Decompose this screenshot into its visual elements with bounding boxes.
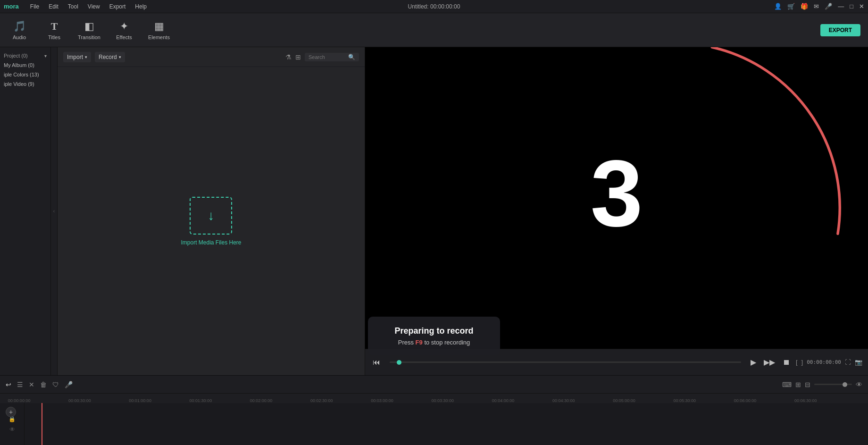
menu-edit[interactable]: Edit	[45, 2, 62, 11]
import-chevron-icon: ▾	[85, 55, 87, 59]
media-panel-header: Import ▾ Record ▾ ⚗ ⊞ 🔍	[58, 47, 365, 67]
toolbar-transition-label: Transition	[78, 34, 100, 40]
fullscreen-icon[interactable]: ⛶	[845, 359, 851, 366]
voiceover-icon[interactable]: 🎤	[65, 381, 73, 388]
eye-track-icon[interactable]: 👁	[9, 426, 15, 433]
menu-export[interactable]: Export	[106, 2, 130, 11]
import-media-label: Import Media Files Here	[181, 239, 241, 246]
timeline-scrubber[interactable]	[390, 361, 741, 363]
sidebar-toggle-icon[interactable]: ▾	[44, 53, 47, 59]
minimize-icon[interactable]: —	[838, 3, 844, 10]
titles-icon: T	[51, 20, 58, 33]
menu-bar: mora File Edit Tool View Export Help Unt…	[0, 0, 868, 13]
ruler-mark-7: 00:03:30:00	[432, 398, 454, 403]
maximize-icon[interactable]: □	[850, 3, 853, 10]
add-clip-icon[interactable]: ⊞	[795, 381, 801, 388]
sidebar-item-album[interactable]: My Album (0)	[0, 60, 50, 70]
step-back-button[interactable]: ⏮	[371, 356, 382, 369]
toolbar-effects-label: Effects	[116, 34, 132, 40]
search-box[interactable]: 🔍	[305, 53, 359, 61]
record-button[interactable]: Record ▾	[95, 52, 125, 62]
app-title-bar: Untitled: 00:00:00:00	[408, 3, 460, 10]
fast-forward-button[interactable]: ▶▶	[762, 356, 777, 369]
ruler-mark-4: 00:02:00:00	[250, 398, 273, 403]
snapshot-icon[interactable]: 📷	[855, 359, 862, 366]
ruler-mark-3: 00:01:30:00	[190, 398, 212, 403]
timeline-ruler: 00:00:00:00 00:00:30:00 00:01:00:00 00:0…	[0, 394, 868, 403]
ruler-mark-10: 00:05:00:00	[613, 398, 635, 403]
sidebar-item-video[interactable]: iple Video (9)	[0, 79, 50, 89]
toast-prefix: Press	[398, 339, 416, 346]
import-button[interactable]: Import ▾	[63, 52, 91, 62]
transition-icon: ◧	[84, 20, 94, 33]
search-icon: 🔍	[348, 54, 355, 60]
toast-suffix: to stop recording	[423, 339, 470, 346]
toast-subtitle: Press F9 to stop recording	[387, 339, 481, 346]
user-icon[interactable]: 👤	[774, 3, 782, 10]
menu-items: File Edit Tool View Export Help	[26, 2, 150, 11]
minus-icon[interactable]: ⊟	[805, 381, 810, 388]
ruler-mark-9: 00:04:30:00	[552, 398, 575, 403]
media-panel: Import ▾ Record ▾ ⚗ ⊞ 🔍 ↓ Import	[58, 47, 365, 375]
timeline-section: ↩ ☰ ✕ 🗑 🛡 🎤 ⌨ ⊞ ⊟ 👁 00:00:00:00 00:00:30…	[0, 375, 868, 445]
timeline-toolbar: ↩ ☰ ✕ 🗑 🛡 🎤 ⌨ ⊞ ⊟ 👁	[0, 376, 868, 394]
app-logo: mora	[4, 3, 19, 10]
ruler-mark-2: 00:01:00:00	[129, 398, 151, 403]
timeline-left-controls: + 🔒 👁	[0, 403, 25, 445]
toolbar-audio[interactable]: 🎵 Audio	[8, 20, 31, 40]
preview-time-display: 00:00:00:00	[807, 359, 841, 365]
export-button[interactable]: EXPORT	[820, 24, 860, 36]
mail-icon[interactable]: ✉	[814, 3, 819, 10]
bracket-in-icon[interactable]: [	[796, 359, 798, 366]
cart-icon[interactable]: 🛒	[787, 3, 795, 10]
import-area[interactable]: ↓ Import Media Files Here	[181, 197, 241, 246]
ruler-mark-5: 00:02:30:00	[310, 398, 333, 403]
menu-view[interactable]: View	[84, 2, 104, 11]
add-track-button[interactable]: +	[6, 407, 16, 417]
zoom-slider[interactable]	[814, 384, 852, 385]
gift-icon[interactable]: 🎁	[801, 3, 808, 10]
toolbar-titles-label: Titles	[48, 34, 60, 40]
toast-title: Preparing to record	[387, 326, 481, 336]
stop-button[interactable]: ⏹	[781, 356, 792, 369]
toolbar-transition[interactable]: ◧ Transition	[77, 20, 101, 40]
sidebar-section: Project (0) ▾ My Album (0) iple Colors (…	[0, 47, 58, 375]
undo-icon[interactable]: ↩	[6, 381, 11, 388]
menu-file[interactable]: File	[26, 2, 43, 11]
eye-icon[interactable]: 👁	[856, 381, 862, 388]
zoom-handle	[843, 382, 847, 387]
menu-tool[interactable]: Tool	[64, 2, 82, 11]
grid-icon[interactable]: ⊞	[295, 53, 301, 61]
media-content: ↓ Import Media Files Here	[58, 67, 365, 375]
delete-icon[interactable]: 🗑	[40, 381, 47, 388]
mic-icon[interactable]: 🎤	[825, 3, 832, 10]
playhead	[42, 403, 42, 445]
sidebar-item-colors[interactable]: iple Colors (13)	[0, 70, 50, 79]
timeline-right	[25, 403, 868, 445]
bracket-out-icon[interactable]: ]	[801, 359, 803, 366]
close-window-icon[interactable]: ✕	[859, 3, 864, 10]
filter-icon[interactable]: ⚗	[285, 53, 292, 61]
ruler-mark-12: 00:06:00:00	[734, 398, 757, 403]
import-drop-box[interactable]: ↓	[190, 197, 232, 235]
ruler-mark-8: 00:04:00:00	[492, 398, 515, 403]
menu-list-icon[interactable]: ☰	[17, 381, 23, 388]
scrubber-dot	[397, 360, 401, 365]
record-toast: Preparing to record Press F9 to stop rec…	[368, 317, 500, 355]
ruler-mark-6: 00:03:00:00	[371, 398, 393, 403]
menu-help[interactable]: Help	[131, 2, 150, 11]
shield-icon[interactable]: 🛡	[52, 381, 59, 388]
caption-icon[interactable]: ⌨	[782, 381, 792, 388]
countdown-number: 3	[590, 146, 643, 241]
preview-main: 3	[365, 47, 868, 349]
search-input[interactable]	[309, 54, 346, 60]
toolbar-effects[interactable]: ✦ Effects	[112, 20, 136, 40]
close-clip-icon[interactable]: ✕	[29, 381, 34, 388]
sidebar-item-project[interactable]: Project (0) ▾	[0, 51, 50, 60]
toolbar-elements[interactable]: ▦ Elements	[147, 20, 171, 40]
toolbar-titles[interactable]: T Titles	[42, 20, 66, 40]
audio-icon: 🎵	[13, 20, 26, 33]
play-button[interactable]: ▶	[749, 356, 758, 369]
sidebar-collapse-handle[interactable]: ‹	[51, 47, 58, 375]
timeline-tracks: + 🔒 👁	[0, 403, 868, 445]
